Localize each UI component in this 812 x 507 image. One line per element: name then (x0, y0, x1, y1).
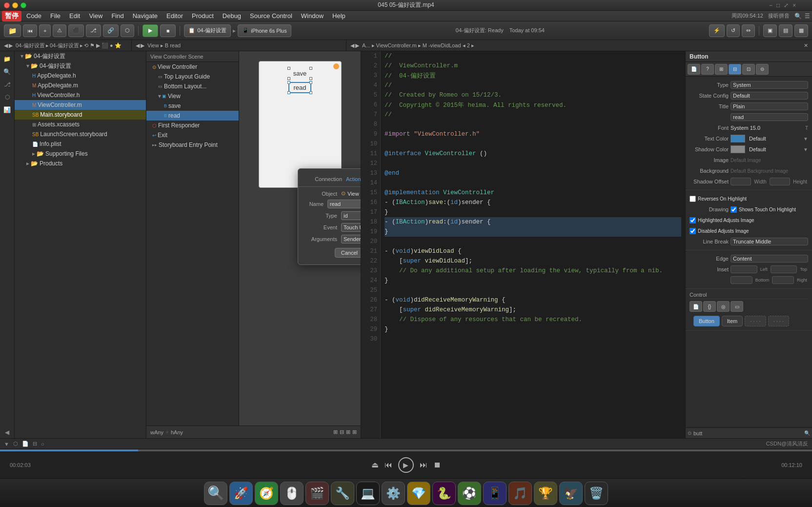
ib-size-btn[interactable]: wAny (150, 429, 163, 435)
link-btn[interactable]: 🔗 (103, 24, 119, 37)
size-inspector-btn[interactable]: ⊡ (742, 64, 755, 75)
filter-btn[interactable]: ⬛ (68, 24, 84, 37)
hide-btn[interactable]: ◀ (1, 426, 13, 438)
hide-utilities-btn[interactable]: ▦ (794, 24, 808, 37)
identity-inspector-btn[interactable]: ⊞ (715, 64, 728, 75)
file-appdelegate-h[interactable]: H AppDelegate.h (15, 71, 146, 81)
inset-right[interactable] (772, 276, 794, 284)
navigator-btn[interactable]: 📁 (1, 53, 13, 65)
file-appdelegate-m[interactable]: M AppDelegate.m (15, 81, 146, 90)
cancel-button[interactable]: Cancel (335, 248, 361, 258)
menu-icon[interactable]: ☰ (805, 13, 810, 20)
menu-edit[interactable]: Edit (65, 11, 84, 20)
add-file-btn[interactable]: + (39, 24, 51, 37)
expand-icon[interactable]: ⤢ (784, 2, 789, 9)
attributes-inspector-btn[interactable]: ⊟ (729, 64, 741, 75)
scene-entry-point[interactable]: ▸▸ Storyboard Entry Point (146, 140, 239, 150)
ib-constraints-btn[interactable]: ⊞ (346, 429, 350, 435)
shadow-offset-y[interactable] (770, 178, 790, 185)
scene-vc[interactable]: ⊙ View Controller (146, 62, 239, 72)
file-viewcontroller-h[interactable]: H ViewController.h (15, 90, 146, 100)
breakpoints-btn[interactable]: ⬡ (1, 91, 13, 103)
dock-app3[interactable]: 🏆 (534, 482, 557, 505)
connections-inspector-btn[interactable]: ⊝ (756, 64, 769, 75)
edge-select[interactable]: Content (731, 255, 808, 263)
title-type-select[interactable]: Plain (731, 102, 808, 110)
forward-btn[interactable]: ▶ (9, 42, 13, 49)
line-break-select[interactable]: Truncate Middle (731, 238, 808, 245)
menu-editor[interactable]: Editor (162, 11, 187, 20)
menu-navigate[interactable]: Navigate (129, 11, 162, 20)
dock-safari[interactable]: 🧭 (255, 482, 278, 505)
text-color-swatch[interactable] (731, 135, 745, 142)
dock-terminal[interactable]: 💻 (356, 482, 380, 505)
ib-back-btn[interactable]: ◀ (136, 42, 140, 49)
dock-finder[interactable]: 🔍 (204, 482, 227, 505)
dock-app2[interactable]: 🎵 (508, 482, 532, 505)
type-select[interactable]: id (341, 211, 361, 220)
warnings-btn[interactable]: ⚠ (53, 24, 66, 37)
menu-source-control[interactable]: Source Control (246, 11, 296, 20)
nav-root[interactable]: ▾ 📂 04-偏好设置 (15, 51, 146, 61)
run-button[interactable]: ▶ (142, 24, 158, 37)
code-forward-btn[interactable]: ▶ (355, 42, 359, 49)
menu-find[interactable]: Find (107, 11, 127, 20)
hide-debug-btn[interactable]: ▤ (779, 24, 792, 37)
shows-touch-checkbox[interactable] (731, 206, 737, 213)
vcs-btn[interactable]: ⎇ (1, 79, 13, 90)
file-launch-storyboard[interactable]: SB LaunchScreen.storyboard (15, 129, 146, 139)
eject-btn[interactable]: ⏏ (371, 460, 379, 469)
dock-mouse[interactable]: 🖱️ (280, 482, 304, 505)
history-btn[interactable]: ⏮ (23, 24, 37, 37)
minimize-button[interactable] (12, 2, 18, 8)
dock-video[interactable]: 🎬 (305, 482, 329, 505)
report-btn[interactable]: 📊 (1, 104, 13, 116)
scene-exit[interactable]: ↩ Exit (146, 130, 239, 140)
menu-code[interactable]: Code (22, 11, 45, 20)
nav-group[interactable]: ▾ 📂 04-偏好设置 (15, 61, 146, 71)
ctrl-item-item[interactable]: Item (722, 316, 743, 326)
event-select[interactable]: Touch Up Inside (341, 223, 361, 232)
scene-save-btn[interactable]: B save (146, 101, 239, 111)
hide-navigator-btn[interactable]: ▣ (763, 24, 777, 37)
dock-ball[interactable]: ⚽ (458, 482, 481, 505)
close-x-icon[interactable]: × (792, 2, 796, 9)
shadow-color-arrow[interactable]: ▼ (803, 147, 808, 152)
scene-bottom-layout[interactable]: ▭ Bottom Layout... (146, 81, 239, 91)
reverses-checkbox[interactable] (690, 196, 696, 202)
state-config-select[interactable]: Default (731, 92, 808, 100)
file-inspector-btn[interactable]: 📄 (688, 64, 700, 75)
title-input[interactable] (731, 113, 808, 121)
file-nav-btn[interactable]: 📁 (4, 24, 21, 37)
rp-zoom-icon[interactable]: 🔍 (804, 430, 810, 436)
name-input[interactable] (327, 200, 361, 208)
scene-top-layout[interactable]: ▭ Top Layout Guide (146, 72, 239, 81)
ib-grid-btn[interactable]: ⊞ (333, 429, 338, 435)
close-button[interactable] (4, 2, 10, 8)
next-btn[interactable]: ⏭ (420, 461, 427, 469)
back-btn[interactable]: ◀ (4, 42, 8, 49)
disabled-checkbox[interactable] (690, 228, 696, 234)
code-close-btn[interactable]: ✕ (804, 42, 808, 49)
scene-first-responder[interactable]: ⬡ First Responder (146, 121, 239, 130)
text-color-arrow[interactable]: ▼ (803, 136, 808, 142)
shadow-offset-x[interactable] (731, 178, 751, 185)
ib-forward-btn[interactable]: ▶ (141, 42, 144, 49)
dock-tools[interactable]: 🔧 (331, 482, 354, 505)
play-button[interactable]: ▶ (398, 457, 414, 473)
dock-app4[interactable]: 🦅 (559, 482, 583, 505)
code-review-btn[interactable]: ⚡ (709, 24, 725, 37)
scene-view[interactable]: ▾ ▣ View (146, 91, 239, 101)
dock-launchpad[interactable]: 🚀 (229, 482, 253, 505)
code-back-btn[interactable]: ◀ (350, 42, 354, 49)
save-btn-preview[interactable]: save (289, 69, 310, 78)
folder-supporting[interactable]: ▸ 📂 Supporting Files (15, 149, 146, 159)
dock-app1[interactable]: 📱 (483, 482, 507, 505)
inset-left[interactable] (731, 265, 757, 273)
ctrl-icon-3[interactable]: ◎ (717, 301, 730, 312)
breakpoint-btn[interactable]: ⬡ (121, 24, 134, 37)
folder-products[interactable]: ▸ 📂 Products (15, 159, 146, 168)
menu-debug[interactable]: Debug (219, 11, 245, 20)
window-controls[interactable] (4, 2, 26, 8)
file-viewcontroller-m[interactable]: M ViewController.m (15, 100, 146, 110)
